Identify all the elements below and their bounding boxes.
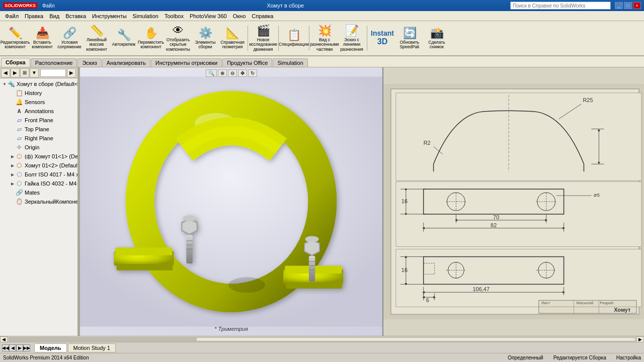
toolbar-sketch-explode[interactable]: 📝 Эскиз с линиями разнесения bbox=[339, 23, 365, 53]
tab-motion-study[interactable]: Motion Study 1 bbox=[68, 343, 116, 352]
tree-expand-annotations[interactable] bbox=[10, 107, 15, 115]
search-input[interactable] bbox=[510, 2, 611, 10]
tree-item-top-plane[interactable]: ▱ Top Plane bbox=[0, 125, 77, 134]
toolbar-new-motion[interactable]: 🎬 Новое исследование движения bbox=[250, 23, 276, 53]
bottom-area: ◀ ▶ ◀◀ ◀ ▶ ▶▶ Модель Motion Study 1 Soli… bbox=[0, 336, 644, 362]
tab-layout[interactable]: Расположение bbox=[31, 58, 77, 67]
tree-item-hom01[interactable]: ▶ ⬡ (ф) Хомут 01<1> (Default< bbox=[0, 152, 77, 161]
tree-expand-hom02[interactable]: ▶ bbox=[10, 161, 15, 169]
speedpak-icon: 🔄 bbox=[403, 27, 417, 39]
tree-item-mates[interactable]: 🔗 Mates bbox=[0, 188, 77, 197]
tree-label-top-plane: Top Plane bbox=[25, 126, 49, 132]
viewport-zoomin-icon[interactable]: ⊕ bbox=[218, 69, 227, 77]
tree-expand-root[interactable]: ▼ bbox=[2, 80, 7, 88]
tree-item-front-plane[interactable]: ▱ Front Plane bbox=[0, 116, 77, 125]
toolbar-assembly-features[interactable]: ⚙️ Элементы сборки bbox=[192, 23, 218, 53]
tab-simulation[interactable]: Simulation bbox=[273, 58, 307, 67]
toolbar-insert-component[interactable]: 📥 Вставить компонент bbox=[29, 23, 55, 53]
h-scrollbar[interactable]: ◀ ▶ bbox=[0, 336, 644, 342]
toolbar-linear-pattern[interactable]: 📏 Линейный массив компонент bbox=[84, 23, 110, 53]
menu-photoview[interactable]: PhotoView 360 bbox=[187, 12, 230, 20]
new-motion-icon: 🎬 bbox=[257, 25, 270, 37]
tab-analyze[interactable]: Анализировать bbox=[102, 58, 150, 67]
viewport-zoom-icon[interactable]: 🔍 bbox=[206, 69, 217, 77]
tree-expand-front[interactable] bbox=[10, 116, 15, 124]
toolbar-explode-view[interactable]: 💥 Вид с разнесенными частями bbox=[311, 23, 338, 53]
sidebar-collapse[interactable]: ▶ bbox=[67, 68, 76, 77]
toolbar-specs[interactable]: 📋 Спецификации bbox=[281, 23, 307, 53]
tree-expand-origin[interactable] bbox=[10, 143, 15, 151]
tree-item-mirror[interactable]: 🪞 ЗеркальныйКомпонент1 bbox=[0, 197, 77, 206]
tab-assembly[interactable]: Сборка bbox=[1, 58, 30, 67]
viewport-rotate-icon[interactable]: ↻ bbox=[248, 69, 257, 77]
sidebar-tool-back[interactable]: ◀ bbox=[1, 68, 10, 77]
scroll-track[interactable] bbox=[9, 337, 635, 341]
menu-view[interactable]: Вид bbox=[46, 12, 62, 20]
sidebar-tool-forward[interactable]: ▶ bbox=[11, 68, 20, 77]
tree-item-sensors[interactable]: 🔔 Sensors bbox=[0, 98, 77, 107]
top-plane-icon: ▱ bbox=[15, 125, 23, 133]
window-title: Хомут в сборе bbox=[61, 3, 510, 9]
nav-last-btn[interactable]: ▶▶ bbox=[23, 344, 30, 351]
sidebar-tool-grid[interactable]: ⊞ bbox=[20, 68, 29, 77]
toolbar-instant3d[interactable]: Instant3D bbox=[369, 23, 395, 53]
close-button[interactable]: × bbox=[633, 2, 641, 9]
tab-drawing-tools[interactable]: Инструменты отрисовки bbox=[151, 58, 222, 67]
tab-model[interactable]: Модель bbox=[34, 343, 67, 352]
toolbar-separator-3 bbox=[309, 26, 309, 51]
scroll-right-btn[interactable]: ▶ bbox=[636, 336, 644, 342]
menu-window[interactable]: Окно bbox=[230, 12, 249, 20]
tree-expand-history[interactable] bbox=[10, 89, 15, 97]
tree-item-hom02[interactable]: ▶ ⬡ Хомут 01<2> (Default<<De bbox=[0, 161, 77, 170]
menu-simulation[interactable]: Simulation bbox=[130, 12, 162, 20]
menu-file[interactable]: Файл bbox=[2, 12, 22, 20]
menu-insert[interactable]: Вставка bbox=[62, 12, 89, 20]
viewport-pan-icon[interactable]: ✥ bbox=[238, 69, 247, 77]
toolbar-mate[interactable]: 🔗 Условия сопряжение bbox=[56, 23, 83, 53]
toolbar-edit-component[interactable]: ✏️ Редактировать компонент bbox=[2, 23, 28, 53]
tree-label-annotations: Annotations bbox=[25, 108, 54, 114]
toolbar-snapshot[interactable]: 📸 Сделать снимок bbox=[424, 23, 450, 53]
tree-item-history[interactable]: 📋 History bbox=[0, 88, 77, 98]
title-col3: Разраб. bbox=[600, 301, 614, 305]
tree-expand-right[interactable] bbox=[10, 134, 15, 142]
nav-first-btn[interactable]: ◀◀ bbox=[2, 344, 9, 351]
menu-help[interactable]: Справка bbox=[249, 12, 276, 20]
tree-expand-mates[interactable] bbox=[10, 189, 15, 197]
svg-point-23 bbox=[228, 277, 265, 293]
nav-next-btn[interactable]: ▶ bbox=[16, 344, 23, 351]
menu-edit[interactable]: Правка bbox=[22, 12, 46, 20]
tab-office[interactable]: Продукты Office bbox=[222, 58, 272, 67]
tree-expand-mirror[interactable] bbox=[10, 198, 15, 206]
tree-root[interactable]: ▼ 🔩 Хомут в сборе (Default<Disp bbox=[0, 79, 77, 88]
toolbar-autofix[interactable]: 🔧 Автокрепеж bbox=[111, 23, 137, 53]
title-menu-item[interactable]: Файл bbox=[40, 3, 57, 9]
maximize-button[interactable]: □ bbox=[624, 2, 632, 9]
toolbar-move-component[interactable]: ✋ Переместить компонент bbox=[138, 23, 164, 53]
tree-item-right-plane[interactable]: ▱ Right Plane bbox=[0, 134, 77, 143]
toolbar-ref-geometry[interactable]: 📐 Справочная геометрия bbox=[219, 23, 246, 53]
tab-sketch[interactable]: Эскиз bbox=[77, 58, 101, 67]
tree-item-annotations[interactable]: A Annotations bbox=[0, 107, 77, 116]
scroll-left-btn[interactable]: ◀ bbox=[0, 336, 8, 342]
tree-item-origin[interactable]: ✛ Origin bbox=[0, 143, 77, 152]
tree-search[interactable] bbox=[40, 69, 66, 77]
tree-expand-top[interactable] bbox=[10, 125, 15, 133]
sidebar-tool-dropdown[interactable]: ▼ bbox=[30, 68, 39, 77]
scroll-thumb[interactable] bbox=[9, 338, 197, 341]
tree-expand-nut[interactable]: ▶ bbox=[10, 179, 15, 188]
tree-expand-bolt[interactable]: ▶ bbox=[10, 170, 15, 178]
tree-item-bolt[interactable]: ▶ ⬡ Болт ISO 4017 - М4 х 12-С bbox=[0, 170, 77, 179]
nav-prev-btn[interactable]: ◀ bbox=[9, 344, 16, 351]
menu-tools[interactable]: Инструменты bbox=[89, 12, 130, 20]
tree-item-nut[interactable]: ▶ ⬡ Гайка ISO 4032 - М4 - W - С bbox=[0, 179, 77, 188]
toolbar-show-hidden[interactable]: 👁 Отобразить скрытые компоненты bbox=[165, 23, 191, 53]
tree-expand-hom01[interactable]: ▶ bbox=[10, 152, 15, 160]
tree-expand-sensors[interactable] bbox=[10, 98, 15, 106]
3d-viewport[interactable]: 🔍 ⊕ ⊖ ✥ ↻ bbox=[80, 67, 382, 336]
minimize-button[interactable]: _ bbox=[615, 2, 623, 9]
viewport-zoomout-icon[interactable]: ⊖ bbox=[228, 69, 237, 77]
title-col1: Лист bbox=[541, 301, 550, 305]
toolbar-speedpak[interactable]: 🔄 Обновить SpeedPak bbox=[396, 23, 423, 53]
menu-toolbox[interactable]: Toolbox bbox=[162, 12, 187, 20]
